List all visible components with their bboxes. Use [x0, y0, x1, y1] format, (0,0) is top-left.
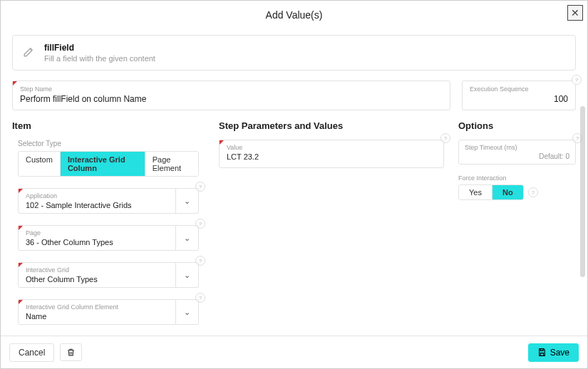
- selector-type-interactive-grid-column[interactable]: Interactive Grid Column: [61, 152, 145, 176]
- step-timeout-default: Default: 0: [465, 152, 569, 160]
- params-section-title: Step Parameters and Values: [219, 120, 444, 131]
- modal-header: Add Value(s) ✕: [1, 1, 587, 29]
- trash-icon: [66, 348, 76, 357]
- value-field[interactable]: Value LCT 23.2: [219, 140, 444, 168]
- page-select[interactable]: Page 36 - Other Column Types ⌄: [18, 225, 199, 251]
- application-select[interactable]: Application 102 - Sample Interactive Gri…: [18, 188, 199, 214]
- step-name-value: Perform fillField on column Name: [20, 94, 443, 105]
- action-description: Fill a field with the given content: [44, 54, 155, 63]
- help-icon[interactable]: ?: [528, 187, 538, 197]
- chevron-down-icon[interactable]: ⌄: [175, 300, 198, 324]
- step-name-label: Step Name: [20, 85, 443, 93]
- force-interaction-segment: Yes No: [458, 184, 524, 200]
- save-icon: [537, 348, 547, 357]
- save-label: Save: [550, 348, 569, 358]
- application-select-wrap: ? Application 102 - Sample Interactive G…: [18, 188, 199, 214]
- ig-column-select-wrap: ? Interactive Grid Column Element Name ⌄: [18, 299, 199, 325]
- action-card: fillField Fill a field with the given co…: [12, 35, 576, 71]
- item-section-title: Item: [12, 120, 205, 131]
- save-button[interactable]: Save: [528, 343, 579, 362]
- cancel-button[interactable]: Cancel: [9, 343, 54, 362]
- value-field-wrap: ? Value LCT 23.2: [219, 140, 444, 168]
- application-label: Application: [26, 192, 168, 199]
- chevron-down-icon[interactable]: ⌄: [175, 263, 198, 287]
- ig-column-label: Interactive Grid Column Element: [26, 303, 168, 311]
- close-icon: ✕: [571, 7, 579, 19]
- ig-column-value: Name: [26, 312, 168, 321]
- selector-type-page-element[interactable]: Page Element: [145, 152, 198, 176]
- step-timeout-label: Step Timeout (ms): [465, 144, 569, 151]
- action-text: fillField Fill a field with the given co…: [44, 43, 155, 63]
- modal-title: Add Value(s): [266, 9, 323, 21]
- edit-icon: [23, 45, 36, 58]
- ig-column-select[interactable]: Interactive Grid Column Element Name ⌄: [18, 299, 199, 325]
- interactive-grid-label: Interactive Grid: [26, 266, 168, 274]
- value-value: LCT 23.2: [227, 152, 436, 164]
- columns: Item Selector Type Custom Interactive Gr…: [12, 120, 576, 336]
- value-label: Value: [227, 144, 436, 151]
- page-value: 36 - Other Column Types: [26, 238, 168, 246]
- options-section: Options ? Step Timeout (ms) Default: 0 F…: [458, 120, 576, 200]
- page-select-wrap: ? Page 36 - Other Column Types ⌄: [18, 225, 199, 251]
- chevron-down-icon[interactable]: ⌄: [175, 226, 198, 250]
- selector-type-label: Selector Type: [18, 140, 205, 147]
- options-section-title: Options: [458, 120, 576, 131]
- interactive-grid-value: Other Column Types: [26, 275, 168, 284]
- force-yes-button[interactable]: Yes: [459, 185, 492, 199]
- params-section: Step Parameters and Values ? Value LCT 2…: [219, 120, 444, 180]
- modal-body[interactable]: fillField Fill a field with the given co…: [1, 29, 587, 336]
- scrollbar-thumb[interactable]: [580, 106, 585, 277]
- application-value: 102 - Sample Interactive Grids: [26, 201, 168, 209]
- item-section: Item Selector Type Custom Interactive Gr…: [12, 120, 205, 336]
- interactive-grid-select[interactable]: Interactive Grid Other Column Types ⌄: [18, 262, 199, 288]
- step-name-field[interactable]: Step Name Perform fillField on column Na…: [12, 80, 450, 110]
- force-interaction-label: Force Interaction: [458, 175, 576, 182]
- execution-sequence-label: Execution Sequence: [470, 85, 568, 93]
- force-no-button[interactable]: No: [492, 185, 523, 199]
- delete-button[interactable]: [60, 343, 82, 361]
- page-label: Page: [26, 229, 168, 237]
- selector-type-group: Custom Interactive Grid Column Page Elem…: [18, 151, 199, 177]
- interactive-grid-select-wrap: ? Interactive Grid Other Column Types ⌄: [18, 262, 199, 288]
- force-interaction-group: Yes No ?: [458, 184, 576, 200]
- add-values-modal: Add Value(s) ✕ fillField Fill a field wi…: [0, 0, 588, 369]
- help-icon[interactable]: ?: [572, 75, 582, 85]
- step-timeout-field[interactable]: Step Timeout (ms) Default: 0: [458, 140, 576, 165]
- selector-type-custom[interactable]: Custom: [19, 152, 61, 176]
- execution-sequence-field[interactable]: ? Execution Sequence 100: [462, 80, 576, 110]
- top-row: Step Name Perform fillField on column Na…: [12, 80, 576, 110]
- execution-sequence-value: 100: [470, 94, 568, 105]
- chevron-down-icon[interactable]: ⌄: [175, 189, 198, 213]
- action-name: fillField: [44, 43, 155, 53]
- close-button[interactable]: ✕: [567, 5, 583, 21]
- modal-footer: Cancel Save: [1, 336, 587, 368]
